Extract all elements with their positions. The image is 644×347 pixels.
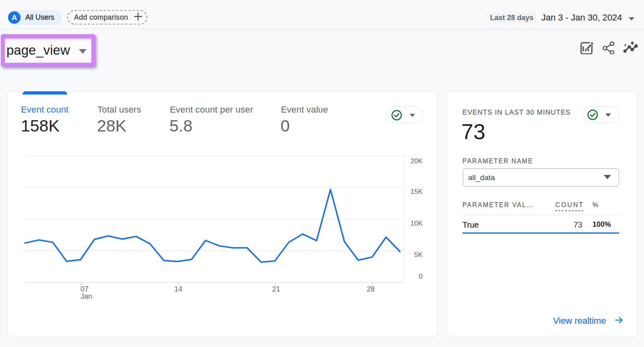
svg-text:07: 07 (80, 285, 89, 293)
svg-text:Jan: Jan (80, 292, 92, 300)
svg-text:5K: 5K (414, 251, 423, 259)
svg-text:10K: 10K (411, 220, 423, 227)
svg-text:20K: 20K (411, 157, 423, 165)
svg-text:21: 21 (272, 285, 280, 293)
svg-text:15K: 15K (411, 188, 423, 195)
svg-text:28: 28 (367, 285, 375, 293)
svg-text:0: 0 (419, 273, 423, 280)
svg-text:14: 14 (174, 285, 182, 293)
